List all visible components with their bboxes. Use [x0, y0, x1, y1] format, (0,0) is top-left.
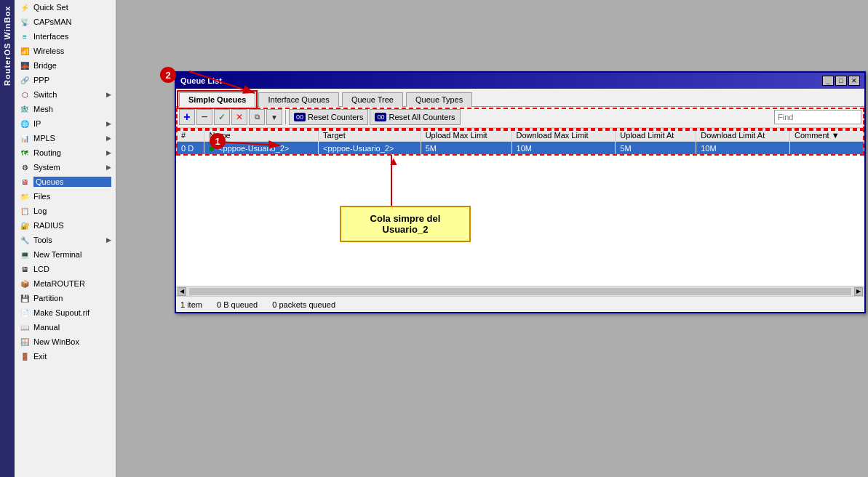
- mesh-icon: 🕸: [19, 103, 31, 115]
- supout-icon: 📄: [19, 307, 31, 318]
- sidebar-item-exit[interactable]: 🚪 Exit: [15, 349, 116, 364]
- sidebar-item-partition[interactable]: 💾 Partition: [15, 291, 116, 305]
- sidebar-item-wireless[interactable]: 📶 Wireless: [15, 44, 116, 58]
- main-content: 2 1 Queue List _ □ ✕ Simple Queues Inter…: [116, 0, 868, 477]
- horizontal-scrollbar[interactable]: ◀ ▶: [176, 286, 864, 296]
- sidebar-item-ip[interactable]: 🌐 IP ▶: [15, 116, 116, 131]
- cell-upload-at: 5M: [616, 142, 696, 155]
- add-button[interactable]: +: [179, 109, 195, 125]
- sidebar-item-label: Partition: [33, 294, 111, 302]
- sidebar-item-mesh[interactable]: 🕸 Mesh: [15, 102, 116, 116]
- sidebar-item-label: Routing: [33, 148, 106, 157]
- check-button[interactable]: ✓: [214, 109, 230, 125]
- bridge-icon: 🌉: [19, 60, 31, 71]
- sidebar-item-label: LCD: [33, 265, 111, 273]
- switch-icon: ⬡: [19, 89, 31, 100]
- col-header-download-at: Download Limit At: [696, 129, 790, 142]
- tab-interface-queues[interactable]: Interface Queues: [258, 92, 338, 107]
- sidebar-item-mpls[interactable]: 📊 MPLS ▶: [15, 131, 116, 145]
- sidebar-item-label: MetaROUTER: [33, 279, 111, 288]
- sidebar-item-ppp[interactable]: 🔗 PPP: [15, 73, 116, 87]
- partition-icon: 💾: [19, 292, 31, 304]
- annotation-badge-2: 2: [160, 67, 176, 83]
- sidebar-item-label: Quick Set: [33, 3, 111, 12]
- annotation-badge-1: 1: [210, 133, 226, 149]
- col-header-target: Target: [319, 129, 421, 142]
- packets-queued: 0 packets queued: [272, 300, 335, 309]
- table-row[interactable]: 0 D ■ <pppoe-Usuario_2> <pppoe-Usuario_2…: [177, 142, 864, 155]
- winbox-icon: 🪟: [19, 336, 31, 348]
- sidebar-item-label: System: [33, 163, 106, 172]
- sidebar-item-switch[interactable]: ⬡ Switch ▶: [15, 87, 116, 102]
- sidebar-item-new-terminal[interactable]: 💻 New Terminal: [15, 247, 116, 262]
- maximize-button[interactable]: □: [835, 76, 847, 86]
- mpls-icon: 📊: [19, 132, 31, 144]
- sidebar-item-label: Mesh: [33, 105, 111, 113]
- radius-icon: 🔐: [19, 220, 31, 231]
- sidebar-item-label: Queues: [33, 177, 111, 187]
- sidebar-item-label: Tools: [33, 236, 106, 244]
- sidebar-item-label: PPP: [33, 76, 111, 84]
- exit-icon: 🚪: [19, 350, 31, 362]
- sidebar-item-interfaces[interactable]: ≡ Interfaces: [15, 29, 116, 44]
- cross-button[interactable]: ✕: [231, 109, 247, 125]
- routing-arrow-icon: ▶: [106, 149, 111, 156]
- sidebar-item-new-winbox[interactable]: 🪟 New WinBox: [15, 334, 116, 349]
- tab-queue-types[interactable]: Queue Types: [406, 92, 472, 107]
- sidebar-item-tools[interactable]: 🔧 Tools ▶: [15, 233, 116, 247]
- copy-button[interactable]: ⧉: [249, 109, 265, 125]
- find-input[interactable]: [774, 110, 861, 124]
- sidebar-item-manual[interactable]: 📖 Manual: [15, 320, 116, 334]
- sidebar-item-queues[interactable]: 🖥 Queues: [15, 175, 116, 189]
- wireless-icon: 📶: [19, 45, 31, 57]
- system-icon: ⚙: [19, 161, 31, 173]
- metarouter-icon: 📦: [19, 278, 31, 289]
- scroll-right-arrow[interactable]: ▶: [854, 287, 863, 296]
- col-header-download-max: Download Max Limit: [511, 129, 616, 142]
- table-wrapper: # Name Target Upload Max Limit Download …: [176, 128, 864, 286]
- files-icon: 📁: [19, 191, 31, 202]
- reset-all-counters-button[interactable]: 00 Reset All Counters: [370, 109, 460, 125]
- sidebar-item-metarouter[interactable]: 📦 MetaROUTER: [15, 276, 116, 291]
- col-header-upload-max: Upload Max Limit: [421, 129, 511, 142]
- queue-list-window: Queue List _ □ ✕ Simple Queues Interface…: [175, 71, 866, 313]
- annotation-tooltip: Cola simpre delUsuario_2: [340, 206, 471, 242]
- sidebar-item-system[interactable]: ⚙ System ▶: [15, 160, 116, 175]
- sidebar-item-make-supout[interactable]: 📄 Make Supout.rif: [15, 305, 116, 320]
- minimize-button[interactable]: _: [822, 76, 834, 86]
- sidebar-item-quick-set[interactable]: ⚡ Quick Set: [15, 0, 116, 15]
- sidebar-item-label: Switch: [33, 90, 106, 99]
- item-count: 1 item: [180, 300, 202, 309]
- sidebar-item-label: IP: [33, 119, 106, 128]
- sidebar-item-radius[interactable]: 🔐 RADIUS: [15, 218, 116, 233]
- scroll-left-arrow[interactable]: ◀: [178, 287, 186, 296]
- reset-counters-button[interactable]: 00 Reset Counters: [289, 109, 368, 125]
- ppp-icon: 🔗: [19, 74, 31, 86]
- tab-simple-queues[interactable]: Simple Queues: [179, 92, 255, 107]
- tools-icon: 🔧: [19, 234, 31, 246]
- window-title: Queue List: [180, 76, 222, 85]
- sidebar-item-log[interactable]: 📋 Log: [15, 204, 116, 218]
- sidebar-item-label: Exit: [33, 352, 111, 361]
- data-table: # Name Target Upload Max Limit Download …: [176, 128, 864, 155]
- sidebar-item-capsman[interactable]: 📡 CAPsMAN: [15, 15, 116, 29]
- filter-button[interactable]: ▼: [266, 109, 282, 125]
- sidebar-item-bridge[interactable]: 🌉 Bridge: [15, 58, 116, 73]
- sidebar-item-files[interactable]: 📁 Files: [15, 189, 116, 204]
- sidebar-item-label: Files: [33, 192, 111, 201]
- remove-button[interactable]: −: [196, 109, 212, 125]
- close-button[interactable]: ✕: [848, 76, 860, 86]
- routing-icon: 🗺: [19, 147, 31, 159]
- mpls-arrow-icon: ▶: [106, 135, 111, 142]
- system-arrow-icon: ▶: [106, 164, 111, 171]
- sidebar-item-lcd[interactable]: 🖥 LCD: [15, 262, 116, 276]
- sidebar-item-routing[interactable]: 🗺 Routing ▶: [15, 145, 116, 160]
- quick-set-icon: ⚡: [19, 1, 31, 13]
- cell-comment: [789, 142, 864, 155]
- window-controls: _ □ ✕: [822, 76, 860, 86]
- terminal-icon: 💻: [19, 249, 31, 260]
- bytes-queued: 0 B queued: [217, 300, 258, 309]
- toolbar-separator: [285, 110, 286, 124]
- log-icon: 📋: [19, 205, 31, 217]
- tab-queue-tree[interactable]: Queue Tree: [342, 92, 403, 107]
